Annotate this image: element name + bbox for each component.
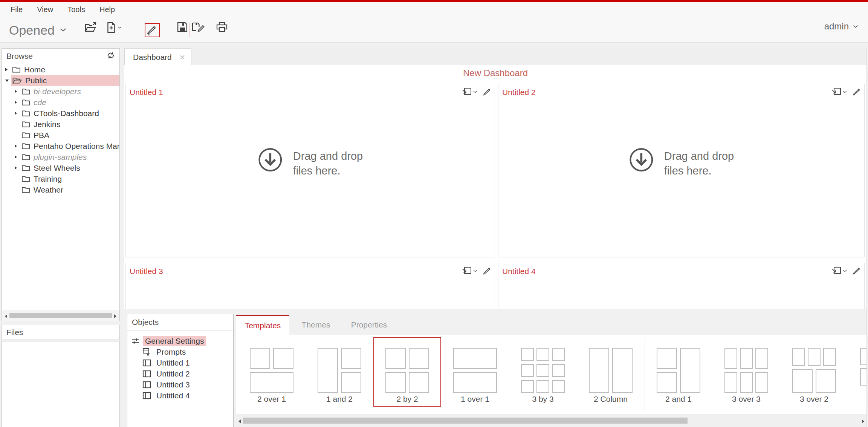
tree-item-bi-developers[interactable]: bi-developers [2, 86, 119, 97]
expander-collapsed-icon[interactable] [14, 111, 21, 115]
document-tab-strip: Dashboard × [124, 48, 866, 65]
template-2-and-1[interactable]: 2 and 1 [645, 337, 712, 407]
template-2-over-1[interactable]: 2 over 1 [238, 337, 306, 407]
opened-dropdown[interactable]: Opened [9, 19, 66, 41]
insert-content-button[interactable] [831, 87, 847, 96]
tree-item-jenkins[interactable]: Jenkins [2, 119, 119, 130]
save-as-button[interactable] [192, 22, 205, 32]
objects-item-general-settings[interactable]: General Settings [127, 335, 233, 346]
edit-button[interactable] [145, 23, 160, 37]
user-menu[interactable]: admin [824, 21, 858, 32]
template-1-and-2[interactable]: 1 and 2 [306, 337, 373, 407]
templates-hscrollbar[interactable] [236, 414, 866, 427]
template-thumb-cell [808, 348, 821, 366]
close-icon[interactable]: × [180, 54, 185, 61]
expander-collapsed-icon[interactable] [14, 89, 21, 93]
template-thumb-cell [552, 348, 565, 361]
open-button[interactable] [84, 22, 97, 33]
template-1-over-1[interactable]: 1 over 1 [441, 337, 509, 407]
scroll-left-icon[interactable] [5, 313, 8, 320]
expander-collapsed-icon[interactable] [14, 144, 21, 148]
tree-item-training[interactable]: Training [2, 173, 119, 184]
expander-collapsed-icon[interactable] [14, 100, 21, 104]
chevron-down-icon [60, 27, 66, 34]
objects-item-untitled-3[interactable]: Untitled 3 [127, 379, 233, 390]
menu-file[interactable]: File [11, 5, 23, 14]
tree-item-cde[interactable]: cde [2, 97, 119, 108]
edit-panel-button[interactable] [483, 266, 492, 275]
template-partial[interactable] [848, 337, 866, 407]
new-button[interactable] [106, 22, 122, 33]
tab-templates[interactable]: Templates [236, 315, 289, 335]
objects-item-untitled-2[interactable]: Untitled 2 [127, 368, 233, 379]
panel-title: Untitled 2 [502, 88, 536, 97]
scroll-left-icon[interactable] [238, 418, 241, 425]
tab-properties[interactable]: Properties [342, 315, 396, 335]
expander-collapsed-icon[interactable] [14, 155, 21, 159]
opened-label: Opened [9, 23, 55, 38]
drop-zone[interactable]: Drag and dropfiles here. [258, 147, 363, 178]
tree-item-public[interactable]: Public [2, 75, 119, 86]
edit-panel-button[interactable] [853, 266, 861, 275]
menu-tools[interactable]: Tools [67, 5, 85, 14]
template-3-over-2[interactable]: 3 over 2 [780, 337, 848, 407]
refresh-icon[interactable] [107, 52, 115, 61]
tree-item-home[interactable]: Home [2, 64, 119, 75]
tree-item-steel-wheels[interactable]: Steel Wheels [2, 162, 119, 173]
template-label: 2 by 2 [374, 395, 440, 404]
dashboard-panel-untitled-1[interactable]: Untitled 1Drag and dropfiles here. [125, 84, 495, 257]
template-2-column[interactable]: 2 Column [577, 337, 645, 407]
template-3-over-3[interactable]: 3 over 3 [712, 337, 780, 407]
template-thumb-cell [250, 348, 270, 369]
template-thumb-cell [612, 348, 633, 393]
tab-dashboard[interactable]: Dashboard × [124, 48, 191, 66]
insert-content-button[interactable] [462, 87, 477, 96]
tree-item-weather[interactable]: Weather [2, 184, 119, 195]
edit-panel-button[interactable] [853, 87, 861, 96]
insert-content-button[interactable] [831, 266, 847, 275]
template-thumb-cell [453, 348, 497, 369]
scrollbar-thumb[interactable] [9, 313, 112, 318]
tree-item-label: Weather [34, 185, 63, 194]
dashboard-panel-untitled-2[interactable]: Untitled 2Drag and dropfiles here. [498, 84, 865, 257]
tree-item-pba[interactable]: PBA [2, 130, 119, 141]
objects-item-untitled-4[interactable]: Untitled 4 [127, 390, 233, 401]
print-button[interactable] [216, 22, 228, 32]
tree-item-ctools-dashboard[interactable]: CTools-Dashboard [2, 108, 119, 119]
menu-view[interactable]: View [37, 5, 53, 14]
menu-help[interactable]: Help [99, 5, 115, 14]
browse-hscrollbar[interactable] [2, 310, 119, 321]
template-label: 3 by 3 [510, 395, 576, 404]
tree-item-body: CTools-Dashboard [21, 108, 119, 119]
objects-item-label: Untitled 2 [154, 369, 192, 379]
tree-item-pentaho-operations-mar[interactable]: Pentaho Operations Mar [2, 141, 119, 152]
insert-content-button[interactable] [462, 266, 477, 275]
scroll-right-icon[interactable] [114, 313, 117, 320]
chevron-down-icon [473, 90, 477, 93]
tree-item-body: bi-developers [21, 86, 119, 97]
save-button[interactable] [177, 22, 188, 32]
template-thumb-cell [250, 372, 293, 393]
edit-panel-button[interactable] [483, 87, 492, 96]
objects-item-prompts[interactable]: Prompts [127, 346, 233, 357]
expander-collapsed-icon[interactable] [14, 166, 21, 170]
scroll-right-icon[interactable] [862, 418, 865, 425]
tab-themes[interactable]: Themes [289, 315, 342, 335]
folder-closed-icon [12, 66, 21, 73]
tree-item-label: PBA [34, 131, 49, 140]
template-2-by-2[interactable]: 2 by 2 [373, 337, 441, 407]
template-thumb [385, 348, 429, 393]
expander-expanded-icon[interactable] [5, 79, 11, 82]
tree-item-plugin-samples[interactable]: plugin-samples [2, 152, 119, 162]
folder-open-icon [12, 77, 22, 84]
scrollbar-thumb[interactable] [243, 418, 688, 424]
template-thumb-cell [860, 368, 866, 386]
template-thumb-cell [823, 348, 836, 366]
expander-collapsed-icon[interactable] [5, 67, 11, 72]
tree-item-body: PBA [21, 130, 119, 141]
tree-item-label: Training [34, 174, 62, 184]
template-3-by-3[interactable]: 3 by 3 [509, 337, 577, 407]
drop-zone[interactable]: Drag and dropfiles here. [629, 147, 734, 178]
template-thumb-cell [318, 348, 338, 393]
objects-item-untitled-1[interactable]: Untitled 1 [127, 357, 233, 368]
